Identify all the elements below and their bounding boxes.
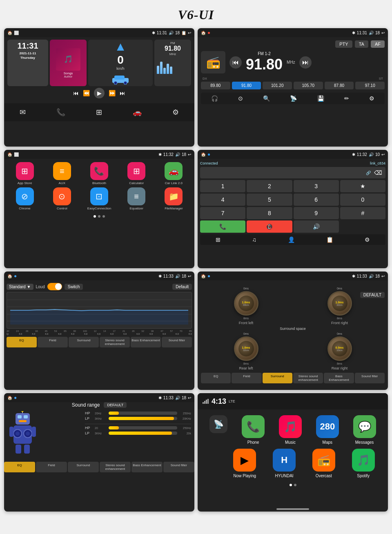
contacts-icon[interactable]: 👤 xyxy=(288,236,295,243)
app-filemanager[interactable]: 📁 FileManager xyxy=(156,187,191,210)
backspace-icon[interactable]: ⌫ xyxy=(374,169,382,176)
settings-icon[interactable]: ⚙ xyxy=(172,108,179,117)
num-9[interactable]: 9 xyxy=(294,207,339,219)
app-control[interactable]: ⊙ Control xyxy=(45,187,79,210)
stab-stereo[interactable]: Stereo sound enhancement xyxy=(293,373,323,383)
tab-surround[interactable]: Surround xyxy=(69,337,99,347)
next-next-btn[interactable]: ⏭ xyxy=(120,90,125,96)
app-calculator[interactable]: ⊞ Calculator xyxy=(119,162,154,185)
search-icon[interactable]: 🔍 xyxy=(263,95,270,102)
music-icon-dialer[interactable]: ♫ xyxy=(252,236,256,243)
eq-toggle[interactable] xyxy=(47,283,62,290)
tab-eq[interactable]: EQ xyxy=(7,337,37,347)
app-aux[interactable]: ≡ AUX xyxy=(45,162,79,185)
app-easyconn[interactable]: ⊡ EasyConnection xyxy=(82,187,116,210)
prev-freq-btn[interactable]: ⏮ xyxy=(229,56,242,69)
cp-music[interactable]: 🎵 Music xyxy=(279,415,302,445)
knob-rl[interactable]: 1.0ms 32cm xyxy=(234,336,258,361)
lp-track-2[interactable] xyxy=(109,432,177,435)
phone-icon[interactable]: 📞 xyxy=(56,108,65,117)
freq-9710[interactable]: 97.10 xyxy=(355,82,385,89)
num-star[interactable]: ★ xyxy=(340,180,385,192)
num-5[interactable]: 5 xyxy=(247,194,292,206)
toggle-icon[interactable]: ⊙ xyxy=(238,95,243,102)
pty-btn[interactable]: PTY xyxy=(335,40,352,48)
num-6[interactable]: 6 xyxy=(294,194,339,206)
num-0[interactable]: 0 xyxy=(340,194,385,206)
cp-maps[interactable]: 280 Maps xyxy=(316,415,339,445)
app-bluetooth[interactable]: 📞 Bluetooth xyxy=(82,162,116,185)
car-icon[interactable]: 🚗 xyxy=(133,108,142,117)
lp-track-1[interactable] xyxy=(109,417,177,420)
sound-tab-stereo[interactable]: Stereo sound enhancement xyxy=(100,462,131,472)
carplay-home-bar[interactable] xyxy=(276,508,309,510)
sound-tab-filter[interactable]: Sound filter xyxy=(163,462,194,472)
sound-tab-surround[interactable]: Surround xyxy=(68,462,99,472)
freq-8780[interactable]: 87.80 xyxy=(325,82,354,89)
knob-rr[interactable]: 0.0ms 10cm xyxy=(327,336,352,361)
call-btn[interactable]: 📞 xyxy=(200,220,245,233)
dialer-input[interactable]: 🔗 ⌫ xyxy=(200,167,385,178)
freq-10570[interactable]: 105.70 xyxy=(294,82,323,89)
cp-messages[interactable]: 💬 Messages xyxy=(353,415,376,445)
hp-track-2[interactable] xyxy=(109,426,177,429)
preset-select[interactable]: Standard ▼ xyxy=(7,284,33,290)
cp-phone[interactable]: 📞 Phone xyxy=(242,415,265,445)
stab-bass[interactable]: Bass Enhancement xyxy=(324,373,354,383)
num-2[interactable]: 2 xyxy=(247,180,292,192)
num-3[interactable]: 3 xyxy=(294,180,339,192)
play-btn[interactable]: ▶ xyxy=(94,88,105,98)
ta-btn[interactable]: TA xyxy=(355,40,368,48)
default-btn-surround[interactable]: DEFAULT xyxy=(360,292,385,298)
hp-track-1[interactable] xyxy=(109,412,177,415)
stab-filter[interactable]: Sound filter xyxy=(355,373,385,383)
save-icon[interactable]: 💾 xyxy=(317,95,324,102)
cp-nowplaying[interactable]: ▶ Now Playing xyxy=(233,449,256,478)
default-btn-eq[interactable]: Default xyxy=(172,284,192,290)
settings-icon-dialer[interactable]: ⚙ xyxy=(365,236,370,243)
recent-icon[interactable]: 📋 xyxy=(326,236,333,243)
tab-stereo[interactable]: Stereo sound enhancement xyxy=(100,337,130,347)
af-btn[interactable]: AF xyxy=(371,40,385,48)
num-7[interactable]: 7 xyxy=(200,207,245,219)
stab-field[interactable]: Field xyxy=(232,373,261,383)
cp-hyundai[interactable]: H HYUNDAI xyxy=(273,449,296,478)
num-hash[interactable]: # xyxy=(340,207,385,219)
next-freq-btn[interactable]: ⏭ xyxy=(299,56,312,69)
freq-8980[interactable]: 89.80 xyxy=(201,82,230,89)
tab-field[interactable]: Field xyxy=(38,337,68,347)
cp-carplay[interactable]: 📡 xyxy=(209,415,227,445)
end-btn[interactable]: 📵 xyxy=(247,220,292,233)
cp-overcast[interactable]: 📻 Overcast xyxy=(312,449,335,478)
sound-default-btn[interactable]: DEFAULT xyxy=(104,402,127,408)
msg-icon[interactable]: ✉ xyxy=(20,108,26,117)
freq-9180[interactable]: 91.80 xyxy=(232,82,261,89)
signal-icon[interactable]: 📡 xyxy=(290,95,297,102)
tab-bass[interactable]: Bass Enhancement xyxy=(131,337,161,347)
music-controls[interactable]: ⏮ ⏪ ▶ ⏩ ⏭ xyxy=(7,88,191,98)
switch-btn[interactable]: Switch xyxy=(65,284,83,290)
keypad-icon[interactable]: ⊞ xyxy=(216,236,220,243)
next-btn[interactable]: ⏩ xyxy=(109,90,116,96)
sound-tab-eq[interactable]: EQ xyxy=(4,462,35,472)
cp-spotify[interactable]: 🎵 Spotify xyxy=(352,449,375,478)
prev-prev-btn[interactable]: ⏮ xyxy=(73,90,79,96)
sound-tab-bass[interactable]: Bass Enhancement xyxy=(131,462,163,472)
num-1[interactable]: 1 xyxy=(200,180,245,192)
app-appstore[interactable]: ⊞ App Store xyxy=(7,162,42,185)
stab-surround[interactable]: Surround xyxy=(263,373,292,383)
num-4[interactable]: 4 xyxy=(200,194,245,206)
prev-btn[interactable]: ⏪ xyxy=(83,90,90,96)
apps-icon[interactable]: ⊞ xyxy=(96,108,102,117)
knob-fr[interactable]: 1.0ms 32cm xyxy=(327,291,352,316)
app-equalizer[interactable]: ≡ Equalizer xyxy=(119,187,154,210)
headphone-icon[interactable]: 🎧 xyxy=(211,95,218,102)
num-8[interactable]: 8 xyxy=(247,207,292,219)
vol-btn[interactable]: 🔊 xyxy=(294,220,339,233)
stab-eq[interactable]: EQ xyxy=(201,373,231,383)
app-chrome[interactable]: ⊘ Chrome xyxy=(7,187,42,210)
knob-fl[interactable]: 1.0ms 68cm xyxy=(234,291,258,316)
app-carlink[interactable]: 🚗 Car Link 2.0 xyxy=(156,162,191,185)
edit-icon[interactable]: ✏ xyxy=(344,95,349,102)
freq-10120[interactable]: 101.20 xyxy=(263,82,292,89)
